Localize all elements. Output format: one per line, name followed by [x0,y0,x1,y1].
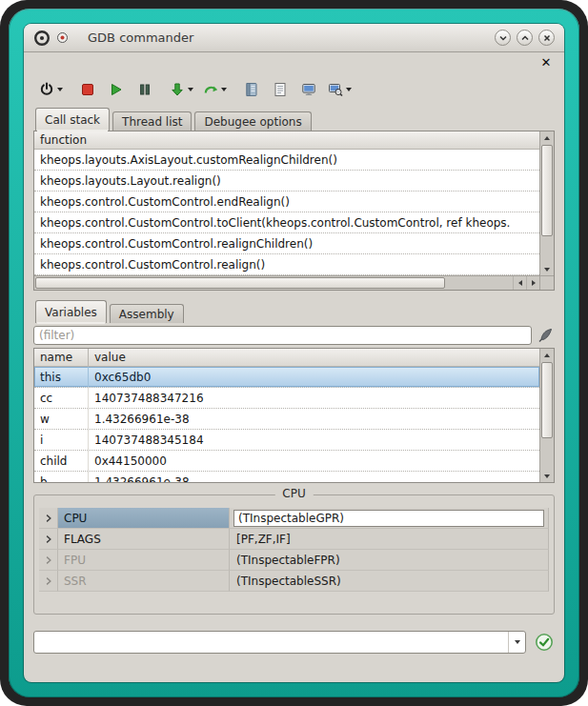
tab-assembly[interactable]: Assembly [110,304,184,323]
column-header-name[interactable]: name [34,349,89,366]
cpu-groupbox: CPU CPU (TInspectableGPR) [33,494,555,615]
arrow-down-icon [515,640,520,644]
run-continue-button[interactable] [107,78,126,101]
cpu-value-cell: (TInspectableFPR) [230,550,549,571]
table-row[interactable]: this 0xc65db0 [34,367,539,388]
desktop-background: GDB commander ✕ [0,0,588,706]
tab-debugee-options[interactable]: Debugee options [194,111,311,131]
stop-icon [80,82,95,97]
callstack-row[interactable]: kheops.control.CustomControl.endRealign(… [34,192,539,212]
step-into-icon [170,82,185,97]
spacer [33,291,555,300]
table-row[interactable]: cc 140737488347216 [34,388,539,409]
tab-variables[interactable]: Variables [35,300,107,323]
ok-button[interactable] [534,633,555,652]
scroll-left-button[interactable] [513,276,526,290]
step-into-button[interactable] [170,78,193,101]
chevron-up-icon [520,33,530,43]
arrow-up-icon [544,353,550,357]
cpu-row[interactable]: SSR (TInspectableSSR) [39,571,549,592]
app-icon[interactable] [33,30,51,47]
notebook-icon [244,82,259,97]
cpu-value-cell: (TInspectableGPR) [230,508,549,529]
tab-call-stack[interactable]: Call stack [35,108,110,131]
callstack-row[interactable]: kheops.layouts.Layout.realign() [34,171,539,192]
filter-input[interactable] [33,326,532,345]
scrollbar-track[interactable] [446,276,513,290]
scrollbar-thumb[interactable] [35,277,445,289]
table-row[interactable]: child 0x44150000 [34,451,539,472]
variables-rows: this 0xc65db0 cc 140737488347216 w 1.432… [34,367,539,482]
window-title: GDB commander [88,30,193,45]
cpu-value-editor[interactable]: (TInspectableGPR) [233,510,544,527]
callstack-horizontal-scrollbar[interactable] [34,275,539,290]
callstack-row[interactable]: kheops.control.CustomControl.toClient(kh… [34,212,539,233]
arrow-up-icon [544,136,550,140]
expander-chevron-icon[interactable] [39,508,58,529]
power-button[interactable] [39,78,63,101]
cpu-name-cell[interactable]: FPU [58,550,230,571]
command-combobox[interactable] [33,631,526,654]
stop-button[interactable] [78,78,97,101]
app-badge-icon [56,31,69,44]
combo-dropdown-button[interactable] [508,632,525,653]
expander-chevron-icon[interactable] [39,550,58,571]
callstack-row[interactable]: kheops.layouts.AxisLayout.customRealignC… [34,150,539,171]
shade-button[interactable] [495,30,511,46]
dock-close-button[interactable]: ✕ [537,55,555,70]
close-button[interactable] [538,30,555,46]
monitor-button[interactable] [299,78,318,101]
cpu-value-text: (TInspectableFPR) [233,554,343,567]
cpu-name-cell[interactable]: CPU [58,508,230,529]
report-button[interactable] [271,78,290,101]
tab-thread-list[interactable]: Thread list [112,111,192,131]
scrollbar-track[interactable] [540,439,554,470]
step-over-button[interactable] [203,78,227,101]
scroll-right-button[interactable] [526,276,539,290]
dropdown-caret-icon[interactable] [221,88,227,91]
variables-vertical-scrollbar[interactable] [539,349,554,482]
toolbar-group-windows [242,78,352,101]
table-row[interactable]: b 1.43266961e-38 [34,472,539,482]
table-row[interactable]: i 140737488345184 [34,430,539,451]
scroll-down-button[interactable] [540,470,554,482]
quill-icon[interactable] [536,327,555,344]
pause-icon [137,82,152,97]
pause-button[interactable] [135,78,154,101]
dropdown-caret-icon[interactable] [57,88,63,91]
dropdown-caret-icon[interactable] [346,88,352,91]
cpu-row[interactable]: CPU (TInspectableGPR) [39,508,549,529]
cpu-name-cell[interactable]: FLAGS [58,529,230,550]
callstack-row[interactable]: kheops.control.CustomControl.realign() [34,254,539,275]
scrollbar-thumb[interactable] [541,362,553,438]
scroll-up-button[interactable] [540,131,554,144]
step-over-icon [203,82,218,97]
expander-chevron-icon[interactable] [39,571,58,592]
scrollbar-track[interactable] [540,237,554,263]
titlebar[interactable]: GDB commander [24,24,564,52]
var-value-cell: 0xc65db0 [89,371,156,384]
callstack-column-header[interactable]: function [34,131,539,150]
mid-tabbar: Variables Assembly [33,300,555,323]
callstack-vertical-scrollbar[interactable] [539,131,554,275]
cpu-row[interactable]: FPU (TInspectableFPR) [39,550,549,571]
arrow-down-icon [544,268,550,272]
cpu-name-cell[interactable]: SSR [58,571,230,592]
expander-chevron-icon[interactable] [39,529,58,550]
report-icon [273,82,288,97]
cpu-value-cell: (TInspectableSSR) [230,571,549,592]
dropdown-caret-icon[interactable] [188,88,193,91]
column-header-value[interactable]: value [89,349,132,366]
scrollbar-thumb[interactable] [541,145,553,236]
table-row[interactable]: w 1.43266961e-38 [34,409,539,430]
callstack-row[interactable]: kheops.control.CustomControl.realignChil… [34,233,539,254]
scroll-up-button[interactable] [540,349,554,361]
arrow-left-icon [518,280,522,286]
cpu-row[interactable]: FLAGS [PF,ZF,IF] [39,529,549,550]
notebook-button[interactable] [242,78,261,101]
command-input[interactable] [34,632,508,653]
monitor-search-icon [328,82,343,97]
monitor-search-button[interactable] [328,78,352,101]
scroll-down-button[interactable] [540,263,554,275]
maximize-button[interactable] [517,30,533,46]
